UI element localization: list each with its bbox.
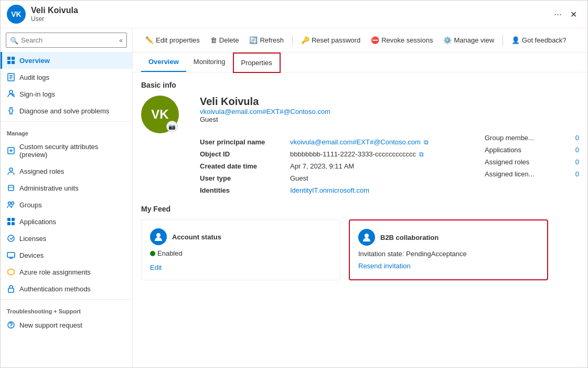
refresh-icon: 🔄 — [249, 36, 258, 44]
delete-icon: 🗑 — [210, 36, 217, 44]
sidebar-item-label-diagnose: Diagnose and solve problems — [19, 107, 109, 115]
tab-properties[interactable]: Properties — [233, 52, 281, 73]
svg-rect-2 — [7, 61, 10, 64]
delete-button[interactable]: 🗑 Delete — [206, 34, 243, 47]
basic-info-title: Basic info — [141, 81, 579, 89]
reset-password-button[interactable]: 🔑 Reset password — [297, 34, 365, 47]
content-area: ✏️ Edit properties 🗑 Delete 🔄 Refresh 🔑 … — [133, 28, 587, 367]
title-avatar: VK — [7, 5, 26, 24]
stat-label-licenses: Assigned licen... — [485, 170, 534, 178]
svg-point-32 — [365, 234, 369, 238]
sidebar-item-new-support[interactable]: New support request — [1, 317, 132, 333]
title-bar: VK Veli Koivula User ··· ✕ — [1, 1, 587, 28]
stat-label-roles: Assigned roles — [485, 158, 529, 166]
edit-account-link[interactable]: Edit — [150, 264, 332, 271]
revoke-sessions-button[interactable]: ⛔ Revoke sessions — [367, 34, 437, 47]
user-detail-section: Veli Koivula vkoivula@email.com#EXT#@Con… — [200, 96, 579, 194]
sidebar-item-label-assigned-roles: Assigned roles — [19, 167, 64, 175]
my-feed-section: My Feed Account st — [141, 205, 579, 280]
groups-icon — [7, 201, 15, 209]
copy-oid-icon[interactable]: ⧉ — [419, 151, 424, 158]
sidebar-item-sign-in-logs[interactable]: Sign-in logs — [1, 86, 132, 102]
audit-logs-icon — [7, 73, 15, 81]
sidebar-item-label-licenses: Licenses — [19, 235, 46, 243]
camera-button[interactable]: 📷 — [166, 121, 178, 132]
stat-label-apps: Applications — [485, 146, 521, 154]
feedback-icon: 👤 — [511, 36, 520, 44]
sidebar-item-azure-roles[interactable]: Azure role assignments — [1, 264, 132, 280]
sidebar-item-applications[interactable]: Applications — [1, 213, 132, 230]
title-info: Veli Koivula User — [31, 6, 554, 23]
sidebar-item-audit-logs[interactable]: Audit logs — [1, 69, 132, 86]
sidebar-item-label-support: New support request — [19, 321, 82, 329]
sidebar-item-label-applications: Applications — [19, 218, 56, 226]
nav-divider-1 — [1, 121, 132, 122]
search-input[interactable] — [6, 33, 127, 48]
sidebar: 🔍 « Overview Audit logs Sign — [1, 28, 133, 367]
svg-marker-27 — [8, 269, 14, 275]
stat-group-members: Group membe... 0 — [485, 132, 579, 144]
card-title-b2b: B2B collaboration — [380, 234, 439, 241]
manage-view-button[interactable]: ⚙️ Manage view — [439, 34, 498, 47]
sidebar-item-admin-units[interactable]: Administrative units — [1, 180, 132, 196]
feedback-button[interactable]: 👤 Got feedback? — [507, 34, 571, 47]
overview-icon — [7, 56, 15, 65]
field-label-usertype: User type — [200, 174, 284, 182]
tab-overview[interactable]: Overview — [141, 52, 186, 72]
card-header-b2b: B2B collaboration — [358, 229, 539, 246]
edit-icon: ✏️ — [145, 36, 154, 44]
card-status-b2b: Invitation state: PendingAcceptance — [358, 250, 539, 258]
sidebar-item-devices[interactable]: Devices — [1, 247, 132, 264]
sidebar-item-groups[interactable]: Groups — [1, 196, 132, 213]
resend-invitation-link[interactable]: Resend invitation — [358, 262, 539, 270]
refresh-button[interactable]: 🔄 Refresh — [245, 34, 288, 47]
applications-icon — [7, 217, 15, 226]
card-status-account: Enabled — [150, 249, 332, 257]
edit-properties-button[interactable]: ✏️ Edit properties — [141, 34, 204, 47]
sidebar-item-auth-methods[interactable]: Authentication methods — [1, 280, 132, 297]
card-avatar-account — [150, 228, 167, 245]
search-icon: 🔍 — [10, 36, 18, 44]
collapse-icon[interactable]: « — [119, 37, 123, 44]
stat-label-groups: Group membe... — [485, 134, 534, 142]
card-avatar-b2b — [358, 229, 375, 246]
revoke-icon: ⛔ — [371, 36, 379, 44]
info-and-stats: User principal name vkoivula@email.com#E… — [200, 132, 579, 194]
identities-link[interactable]: IdentityIT.onmicrosoft.com — [290, 186, 369, 194]
account-status-card: Account status Enabled Edit — [141, 219, 340, 280]
sidebar-item-licenses[interactable]: Licenses — [1, 230, 132, 247]
stat-value-groups[interactable]: 0 — [575, 134, 579, 142]
close-button[interactable]: ✕ — [566, 7, 581, 22]
diagnose-icon — [7, 107, 15, 115]
sidebar-item-diagnose[interactable]: Diagnose and solve problems — [1, 102, 132, 119]
cards-row: Account status Enabled Edit — [141, 219, 579, 280]
svg-point-14 — [9, 168, 13, 171]
toolbar-separator-1 — [292, 35, 293, 46]
svg-point-31 — [156, 233, 161, 237]
field-label-created: Created date time — [200, 162, 284, 170]
admin-units-icon — [7, 184, 15, 192]
more-options-icon[interactable]: ··· — [554, 9, 562, 20]
stat-applications: Applications 0 — [485, 144, 579, 156]
manage-view-icon: ⚙️ — [443, 36, 452, 44]
stat-value-apps[interactable]: 0 — [575, 146, 579, 154]
stat-value-roles[interactable]: 0 — [575, 158, 579, 166]
window-title: Veli Koivula — [31, 6, 554, 15]
support-section-label: Troubleshooting + Support — [1, 302, 132, 317]
field-value-oid: bbbbbbbb-1111-2222-3333-cccccccccccc ⧉ — [290, 150, 429, 158]
tab-monitoring[interactable]: Monitoring — [186, 52, 233, 72]
sign-in-icon — [7, 90, 15, 98]
sidebar-item-label-groups: Groups — [19, 201, 42, 209]
manage-section-label: Manage — [1, 124, 132, 139]
right-stats: Group membe... 0 Applications 0 Assigned… — [485, 132, 579, 194]
upn-link[interactable]: vkoivula@email.com#EXT#@Contoso.com — [290, 138, 421, 146]
svg-rect-0 — [7, 57, 10, 60]
copy-upn-icon[interactable]: ⧉ — [424, 139, 429, 146]
sidebar-item-assigned-roles[interactable]: Assigned roles — [1, 163, 132, 180]
field-value-upn: vkoivula@email.com#EXT#@Contoso.com ⧉ — [290, 138, 429, 146]
sidebar-item-custom-security[interactable]: Custom security attributes (preview) — [1, 139, 132, 163]
stat-value-licenses[interactable]: 0 — [575, 170, 579, 178]
sidebar-item-label-azure-roles: Azure role assignments — [19, 268, 91, 276]
toolbar: ✏️ Edit properties 🗑 Delete 🔄 Refresh 🔑 … — [133, 28, 587, 52]
sidebar-item-overview[interactable]: Overview — [1, 52, 132, 69]
